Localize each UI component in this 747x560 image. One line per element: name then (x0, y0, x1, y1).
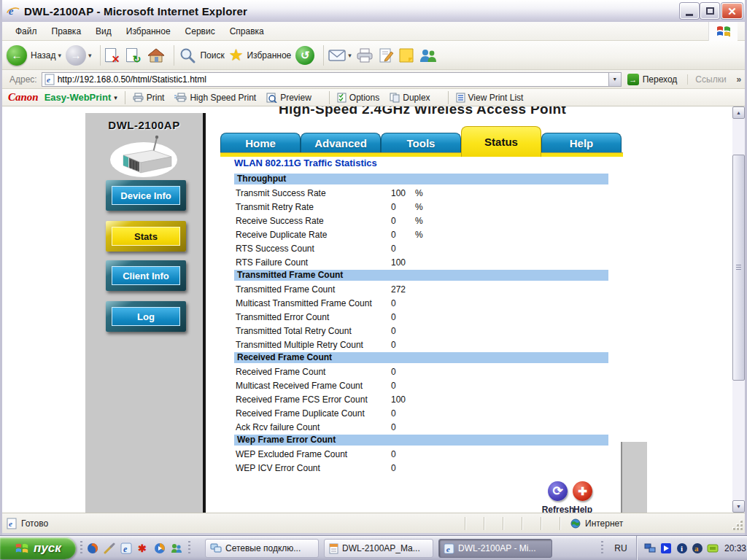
quick-launch-grip[interactable] (80, 541, 82, 556)
task-button-dwl-browser[interactable]: e DWL-2100AP - Mi... (438, 539, 552, 558)
canon-view-print-list-button[interactable]: View Print List (456, 93, 524, 103)
tray-volume-icon[interactable] (707, 542, 719, 554)
back-button[interactable]: ← Назад ▾ (7, 45, 61, 66)
taskbar-clock[interactable]: 20:33 (724, 543, 746, 553)
svg-text:✱: ✱ (138, 542, 147, 554)
tray-info-icon[interactable]: i (676, 542, 688, 554)
task-button-network-connections[interactable]: Сетевые подклю... (205, 539, 319, 558)
quick-launch-splat-icon[interactable]: ✱ (136, 542, 150, 555)
menu-file[interactable]: Файл (8, 23, 44, 39)
quick-launch-firefox-icon[interactable] (86, 542, 99, 555)
search-button[interactable]: Поиск (179, 47, 224, 64)
tab-underline-bar (220, 152, 623, 157)
webprint-dropdown-icon[interactable]: ▾ (114, 94, 117, 101)
scroll-down-button[interactable]: ▼ (732, 500, 745, 513)
easy-webprint-menu[interactable]: Easy-WebPrint (44, 92, 112, 103)
address-input[interactable] (58, 74, 621, 85)
minimize-button[interactable] (680, 3, 699, 19)
taskbar-grip[interactable] (188, 541, 190, 556)
page-help-button[interactable]: ✚ (573, 481, 592, 501)
forward-dropdown-icon[interactable]: ▾ (88, 52, 92, 59)
tray-agent-icon[interactable]: a (692, 542, 703, 554)
home-button[interactable] (147, 47, 165, 63)
resize-grip[interactable] (733, 521, 743, 530)
page-refresh-button[interactable]: ⟳ (548, 481, 568, 501)
mail-dropdown-icon[interactable]: ▾ (348, 52, 352, 59)
go-label: Переход (643, 74, 678, 85)
discuss-button[interactable] (398, 47, 414, 63)
tab-advanced[interactable]: Advanced (301, 133, 381, 152)
links-chevron-icon[interactable]: » (737, 74, 742, 85)
windows-logo-icon (708, 22, 738, 41)
tray-network-icon[interactable] (644, 542, 656, 554)
maximize-button[interactable] (700, 3, 719, 19)
sidebar-button-stats[interactable]: Stats (106, 221, 186, 252)
taskbar-grip[interactable] (601, 541, 603, 556)
toolbar-separator (174, 45, 174, 66)
canon-preview-button[interactable]: Preview (266, 93, 311, 103)
favorites-label: Избранное (247, 50, 291, 61)
vertical-scrollbar[interactable]: ▲ ▼ (732, 106, 745, 513)
print-button[interactable] (356, 47, 374, 63)
canon-high-speed-print-button[interactable]: High Speed Print (174, 93, 256, 103)
stat-label: Received Frame Count (236, 365, 325, 379)
edit-button[interactable] (378, 47, 394, 63)
stat-value: 0 (391, 448, 396, 462)
quick-launch-media-player-icon[interactable] (153, 542, 166, 555)
links-bar[interactable]: Ссылки » (687, 74, 741, 85)
svg-text:e: e (9, 519, 12, 528)
table-row: RTS Success Count 0 (234, 242, 608, 256)
tab-tools[interactable]: Tools (381, 133, 461, 152)
mail-button[interactable]: ▾ (328, 49, 352, 62)
menu-view[interactable]: Вид (88, 23, 119, 39)
sidebar-button-log[interactable]: Log (106, 301, 186, 332)
menu-tools[interactable]: Сервис (178, 23, 222, 39)
tab-home[interactable]: Home (220, 133, 301, 152)
favorites-button[interactable]: ★ Избранное (229, 47, 292, 63)
scrollbar-thumb[interactable] (732, 155, 745, 381)
quick-launch-paintbrush-icon[interactable] (103, 542, 116, 555)
tab-status[interactable]: Status (461, 126, 541, 157)
menu-edit[interactable]: Правка (44, 23, 89, 39)
page-banner-title: High-Speed 2.4GHz Wireless Access Point (218, 106, 627, 117)
close-button[interactable]: ✕ (721, 3, 743, 19)
forward-button[interactable]: → ▾ (66, 45, 92, 66)
language-indicator[interactable]: RU (610, 541, 632, 556)
svg-text:e: e (123, 544, 128, 554)
tab-help[interactable]: Help (541, 133, 622, 152)
table-row: Transmit Success Rate 100 % (234, 187, 608, 201)
canon-options-button[interactable]: Options (337, 93, 379, 103)
messenger-button[interactable] (419, 47, 438, 63)
canon-high-speed-print-icon (174, 93, 187, 102)
document-icon (329, 543, 338, 554)
address-dropdown-icon[interactable]: ▾ (608, 73, 621, 86)
stop-button[interactable]: ✕ (105, 48, 116, 62)
stat-label: RTS Success Count (236, 242, 314, 256)
task-button-dwl-manual[interactable]: DWL-2100AP_Ma... (324, 539, 433, 558)
tab-label: Home (245, 137, 276, 149)
toolbar-separator (323, 45, 324, 66)
back-dropdown-icon[interactable]: ▾ (58, 52, 61, 59)
start-button[interactable]: пуск (0, 537, 76, 559)
svg-text:i: i (681, 544, 683, 553)
quick-launch-ie-icon[interactable]: e (120, 542, 133, 555)
go-button[interactable]: → Переход (627, 74, 678, 85)
address-bar: Адрес: e ▾ → Переход Ссылки » (2, 70, 745, 89)
history-button[interactable]: ↺ (295, 46, 314, 65)
back-label: Назад (31, 50, 55, 61)
sidebar-button-device-info[interactable]: Device Info (106, 180, 186, 211)
tab-label: Advanced (314, 137, 367, 149)
browser-window: e DWL-2100AP - Microsoft Internet Explor… (0, 0, 747, 535)
refresh-button[interactable]: ↻ (126, 48, 137, 62)
canon-duplex-button[interactable]: Duplex (390, 93, 430, 103)
canon-print-button[interactable]: Print (133, 93, 165, 103)
quick-launch-messenger-icon[interactable] (170, 542, 183, 555)
tray-play-icon[interactable] (660, 542, 672, 554)
search-label: Поиск (200, 50, 224, 61)
stat-label: WEP ICV Error Count (236, 462, 320, 475)
sidebar-button-client-info[interactable]: Client Info (106, 260, 186, 291)
menu-help[interactable]: Справка (222, 23, 271, 39)
menu-favorites[interactable]: Избранное (119, 23, 178, 39)
stat-label: Received Frame FCS Error Count (236, 393, 368, 407)
scroll-up-button[interactable]: ▲ (732, 106, 745, 119)
